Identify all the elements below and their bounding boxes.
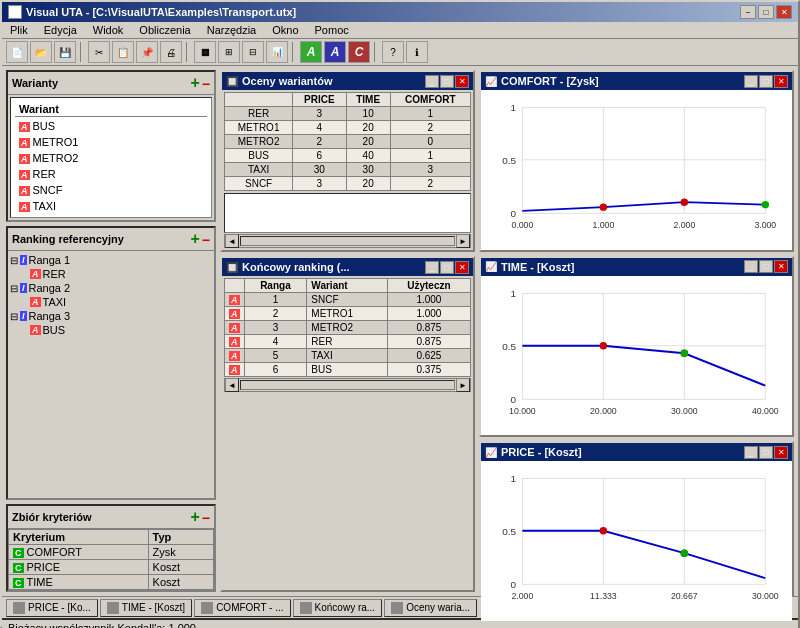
open-button[interactable]: 📂 [30,41,52,63]
koncowy-scroll-left[interactable]: ◄ [225,378,239,392]
k-row-6[interactable]: A6BUS0.375 [225,363,471,377]
oceny-row-taxi[interactable]: TAXI30303 [225,163,471,177]
time-minimize[interactable]: _ [744,260,758,273]
ranga3-row: ⊟ I Ranga 3 [10,309,212,323]
ranking-remove-button[interactable]: − [202,232,210,248]
koncowy-maximize[interactable]: □ [440,261,454,274]
oceny-maximize[interactable]: □ [440,75,454,88]
kryterium-price[interactable]: CPRICE Koszt [9,560,214,575]
oceny-scroll-right[interactable]: ► [456,234,470,248]
menu-narzedzia[interactable]: Narzędzia [203,24,261,36]
oceny-close[interactable]: ✕ [455,75,469,88]
taskbar-time[interactable]: TIME - [Koszt] [100,599,192,617]
oceny-scroll-left[interactable]: ◄ [225,234,239,248]
menu-pomoc[interactable]: Pomoc [311,24,353,36]
ranga3-bus[interactable]: A BUS [30,323,212,337]
ranga1-label: Ranga 1 [29,254,71,266]
koncowy-hscroll[interactable]: ◄ ► [224,378,471,392]
comfort-maximize[interactable]: □ [759,75,773,88]
close-button[interactable]: ✕ [776,5,792,19]
oceny-row-rer[interactable]: RER3101 [225,107,471,121]
k-row-3[interactable]: A3METRO20.875 [225,321,471,335]
menu-widok[interactable]: Widok [89,24,128,36]
wariant-sncf[interactable]: ASNCF [15,183,207,197]
taskbar-comfort[interactable]: COMFORT - ... [194,599,290,617]
price-maximize[interactable]: □ [759,446,773,459]
oceny-row-metro1[interactable]: METRO14202 [225,121,471,135]
ranking-panel: Ranking referencyjny + − ⊟ I Ranga 1 [6,226,216,500]
wariant-rer[interactable]: ARER [15,167,207,181]
k-col0 [225,279,245,293]
wariant-metro1[interactable]: AMETRO1 [15,135,207,149]
info-button[interactable]: ℹ [406,41,428,63]
ranking-add-button[interactable]: + [190,230,199,248]
wariant-metro2[interactable]: AMETRO2 [15,151,207,165]
c-button[interactable]: C [348,41,370,63]
cut-button[interactable]: ✂ [88,41,110,63]
svg-text:1.000: 1.000 [592,220,614,230]
warianty-remove-button[interactable]: − [202,76,210,92]
comfort-minimize[interactable]: _ [744,75,758,88]
kryteria-remove-button[interactable]: − [202,510,210,526]
ranga2-taxi[interactable]: A TAXI [30,295,212,309]
k-col-wariant: Wariant [307,279,387,293]
koncowy-scroll-right[interactable]: ► [456,378,470,392]
tool2-button[interactable]: ⊞ [218,41,240,63]
taskbar-oceny[interactable]: Oceny waria... [384,599,477,617]
menu-obliczenia[interactable]: Obliczenia [135,24,194,36]
tool4-button[interactable]: 📊 [266,41,288,63]
comfort-chart-window: 📈 COMFORT - [Zysk] _ □ ✕ [479,70,794,252]
paste-button[interactable]: 📌 [136,41,158,63]
kryteria-add-button[interactable]: + [190,508,199,526]
svg-text:40.000: 40.000 [752,406,779,416]
wariant-col-header: Wariant [15,102,207,117]
time-close[interactable]: ✕ [774,260,788,273]
k-row-2[interactable]: A2METRO11.000 [225,307,471,321]
koncowy-table: Ranga Wariant Użyteczn A1SNCF1.000 A2MET… [224,278,471,377]
time-maximize[interactable]: □ [759,260,773,273]
price-minimize[interactable]: _ [744,446,758,459]
taskbar-koncowy[interactable]: Końcowy ra... [293,599,383,617]
tool3-button[interactable]: ⊟ [242,41,264,63]
wariant-taxi[interactable]: ATAXI [15,199,207,213]
print-button[interactable]: 🖨 [160,41,182,63]
copy-button[interactable]: 📋 [112,41,134,63]
a-button[interactable]: A [300,41,322,63]
save-button[interactable]: 💾 [54,41,76,63]
k-row-4[interactable]: A4RER0.875 [225,335,471,349]
menu-bar: Plik Edycja Widok Obliczenia Narzędzia O… [2,22,798,39]
oceny-row-sncf[interactable]: SNCF3202 [225,177,471,191]
oceny-row-metro2[interactable]: METRO22200 [225,135,471,149]
warianty-title: Warianty [12,77,58,89]
svg-text:0.5: 0.5 [502,340,516,351]
warianty-add-button[interactable]: + [190,74,199,92]
koncowy-minimize[interactable]: _ [425,261,439,274]
koncowy-close[interactable]: ✕ [455,261,469,274]
kryterium-comfort[interactable]: CCOMFORT Zysk [9,545,214,560]
oceny-minimize[interactable]: _ [425,75,439,88]
k-row-1[interactable]: A1SNCF1.000 [225,293,471,307]
svg-text:0.000: 0.000 [511,220,533,230]
menu-edycja[interactable]: Edycja [40,24,81,36]
a2-button[interactable]: A [324,41,346,63]
tool1-button[interactable]: ▦ [194,41,216,63]
svg-point-48 [600,527,607,534]
oceny-col-time: TIME [346,93,390,107]
oceny-row-bus[interactable]: BUS6401 [225,149,471,163]
help-button[interactable]: ? [382,41,404,63]
minimize-button[interactable]: − [740,5,756,19]
wariant-bus[interactable]: ABUS [15,119,207,133]
menu-okno[interactable]: Okno [268,24,302,36]
price-close[interactable]: ✕ [774,446,788,459]
ranga1-rer[interactable]: A RER [30,267,212,281]
menu-plik[interactable]: Plik [6,24,32,36]
kryteria-title: Zbiór kryteriów [12,511,91,523]
taskbar-price[interactable]: PRICE - [Ko... [6,599,98,617]
svg-text:2.000: 2.000 [673,220,695,230]
oceny-hscroll[interactable]: ◄ ► [224,234,471,248]
kryterium-time[interactable]: CTIME Koszt [9,575,214,590]
comfort-close[interactable]: ✕ [774,75,788,88]
maximize-button[interactable]: □ [758,5,774,19]
k-row-5[interactable]: A5TAXI0.625 [225,349,471,363]
new-button[interactable]: 📄 [6,41,28,63]
